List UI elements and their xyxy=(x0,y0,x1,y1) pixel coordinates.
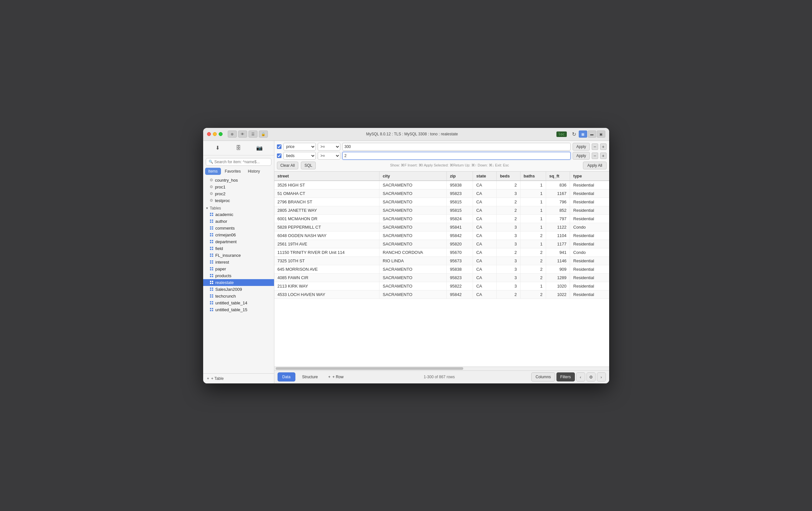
filter-bar: price >= = <= Apply − + beds xyxy=(274,141,609,172)
close-button[interactable] xyxy=(207,132,211,136)
table-icon xyxy=(210,294,213,298)
svg-rect-49 xyxy=(212,294,213,296)
table-row[interactable]: 6001 MCMAHON DRSACRAMENTO95824CA21797Res… xyxy=(274,214,609,223)
sidebar-item-country_hos[interactable]: ⚙ country_hos xyxy=(203,177,274,184)
apply-all-button[interactable]: Apply All xyxy=(583,162,606,169)
add-row-button[interactable]: + + Row xyxy=(325,372,347,381)
svg-rect-44 xyxy=(210,288,211,289)
table-row[interactable]: 51 OMAHA CTSACRAMENTO95823CA311167Reside… xyxy=(274,189,609,197)
search-box: 🔍 xyxy=(206,158,271,166)
svg-rect-30 xyxy=(210,262,211,264)
text-button[interactable]: ☰ xyxy=(249,131,258,138)
tables-section[interactable]: ▼ Tables xyxy=(203,204,274,211)
view-icon-1[interactable]: ▦ xyxy=(579,131,587,138)
columns-button[interactable]: Columns xyxy=(531,372,555,381)
plus-icon: + xyxy=(328,375,330,379)
table-row[interactable]: 4085 FAWN CIRSACRAMENTO95823CA321289Resi… xyxy=(274,273,609,282)
filter-1-checkbox[interactable] xyxy=(277,144,282,149)
filter-2-value[interactable] xyxy=(342,152,571,160)
maximize-button[interactable] xyxy=(219,132,223,136)
table-row[interactable]: 11150 TRINITY RIVER DR Unit 114RANCHO CO… xyxy=(274,248,609,257)
filter-1-remove-button[interactable]: − xyxy=(592,143,598,150)
preview-button[interactable]: 👁 xyxy=(238,131,247,138)
sidebar: ⬇ 🗄 📷 🔍 Items Favorites History ⚙ countr… xyxy=(203,141,274,383)
sidebar-item-field[interactable]: field xyxy=(203,245,274,252)
view-icon-2[interactable]: ▬ xyxy=(588,131,596,138)
sidebar-item-author[interactable]: author xyxy=(203,218,274,225)
sidebar-item-crimejan06[interactable]: crimejan06 xyxy=(203,232,274,238)
sidebar-item-SalesJan2009[interactable]: SalesJan2009 xyxy=(203,286,274,293)
sidebar-item-department[interactable]: department xyxy=(203,238,274,245)
lock-button[interactable]: 🔒 xyxy=(259,131,268,138)
svg-rect-32 xyxy=(210,267,211,268)
filters-button[interactable]: Filters xyxy=(556,372,575,381)
add-table-button[interactable]: + + Table xyxy=(203,373,274,383)
sidebar-item-testproc[interactable]: ⚙ testproc xyxy=(203,197,274,204)
table-icon xyxy=(210,307,213,312)
tab-history[interactable]: History xyxy=(244,168,263,175)
filter-2-field[interactable]: beds xyxy=(283,152,316,160)
svg-rect-54 xyxy=(210,303,211,304)
gear-icon-button[interactable]: ⚙ xyxy=(586,372,596,381)
svg-rect-36 xyxy=(210,274,211,275)
filter-1-field[interactable]: price xyxy=(283,143,316,151)
svg-rect-9 xyxy=(212,226,213,227)
table-row[interactable]: 3526 HIGH STSACRAMENTO95838CA21836Reside… xyxy=(274,181,609,189)
table-row[interactable]: 2113 KIRK WAYSACRAMENTO95822CA311020Resi… xyxy=(274,282,609,290)
filter-1-operator[interactable]: >= = <= xyxy=(318,143,340,151)
table-row[interactable]: 5828 PEPPERMILL CTSACRAMENTO95841CA31112… xyxy=(274,223,609,231)
table-row[interactable]: 7325 10TH STRIO LINDA95673CA321146Reside… xyxy=(274,257,609,265)
clear-all-button[interactable]: Clear All xyxy=(277,162,298,169)
table-row[interactable]: 645 MORRISON AVESACRAMENTO95838CA32909Re… xyxy=(274,265,609,273)
sidebar-item-proc1[interactable]: ⚙ proc1 xyxy=(203,184,274,190)
table-row[interactable]: 2805 JANETTE WAYSACRAMENTO95815CA21852Re… xyxy=(274,206,609,214)
sidebar-item-products[interactable]: products xyxy=(203,272,274,279)
view-icons: ▦ ▬ ▣ xyxy=(579,131,605,138)
filter-2-operator[interactable]: >= = <= xyxy=(318,152,340,160)
sidebar-item-FL_insurance[interactable]: FL_insurance xyxy=(203,252,274,259)
sidebar-item-interest[interactable]: interest xyxy=(203,259,274,266)
svg-rect-51 xyxy=(212,296,213,298)
sidebar-item-untitled_table_15[interactable]: untitled_table_15 xyxy=(203,306,274,313)
structure-tab[interactable]: Structure xyxy=(297,372,323,381)
svg-rect-41 xyxy=(212,281,213,282)
view-icon-3[interactable]: ▣ xyxy=(597,131,605,138)
scrollbar-thumb[interactable] xyxy=(276,367,463,370)
filter-2-add-button[interactable]: + xyxy=(600,153,607,159)
nav-prev-button[interactable]: ‹ xyxy=(576,372,585,381)
svg-rect-14 xyxy=(210,235,211,236)
search-input[interactable] xyxy=(214,160,268,164)
filter-2-remove-button[interactable]: − xyxy=(592,153,598,159)
sidebar-item-techcrunch[interactable]: techcrunch xyxy=(203,293,274,299)
filter-2-checkbox[interactable] xyxy=(277,154,282,158)
scrollbar-track[interactable] xyxy=(274,367,609,371)
filter-2-apply-button[interactable]: Apply xyxy=(573,152,589,160)
data-tab[interactable]: Data xyxy=(278,372,295,381)
table-row[interactable]: 6048 OGDEN NASH WAYSACRAMENTO95842CA3211… xyxy=(274,231,609,240)
sidebar-icon-1[interactable]: ⬇ xyxy=(213,143,222,153)
table-row[interactable]: 2796 BRANCH STSACRAMENTO95815CA21796Resi… xyxy=(274,197,609,206)
tab-favorites[interactable]: Favorites xyxy=(222,168,244,175)
tab-items[interactable]: Items xyxy=(205,168,221,175)
minimize-button[interactable] xyxy=(213,132,217,136)
sql-button[interactable]: SQL xyxy=(301,162,316,169)
sidebar-item-realestate[interactable]: realestate xyxy=(203,279,274,286)
table-row[interactable]: 4533 LOCH HAVEN WAYSACRAMENTO95842CA2210… xyxy=(274,290,609,299)
sidebar-icon-3[interactable]: 📷 xyxy=(255,143,264,153)
sidebar-icon-2[interactable]: 🗄 xyxy=(234,143,243,153)
filter-1-add-button[interactable]: + xyxy=(600,143,607,150)
sidebar-item-paper[interactable]: paper xyxy=(203,266,274,272)
nav-next-button[interactable]: › xyxy=(597,372,606,381)
filter-1-apply-button[interactable]: Apply xyxy=(573,143,589,151)
refresh-icon[interactable]: ↻ xyxy=(572,131,576,137)
back-button[interactable]: ⊗ xyxy=(228,131,237,138)
sidebar-item-proc2[interactable]: ⚙ proc2 xyxy=(203,190,274,197)
table-icon xyxy=(210,253,213,257)
connection-info: MySQL 8.0.12 : TLS : MySQL 3308 : tono :… xyxy=(270,132,554,136)
sidebar-item-comments[interactable]: comments xyxy=(203,225,274,232)
svg-rect-29 xyxy=(212,260,213,262)
sidebar-item-academic[interactable]: academic xyxy=(203,211,274,218)
table-row[interactable]: 2561 19TH AVESACRAMENTO95820CA311177Resi… xyxy=(274,240,609,248)
filter-1-value[interactable] xyxy=(342,143,571,151)
sidebar-item-untitled_table_14[interactable]: untitled_table_14 xyxy=(203,299,274,306)
